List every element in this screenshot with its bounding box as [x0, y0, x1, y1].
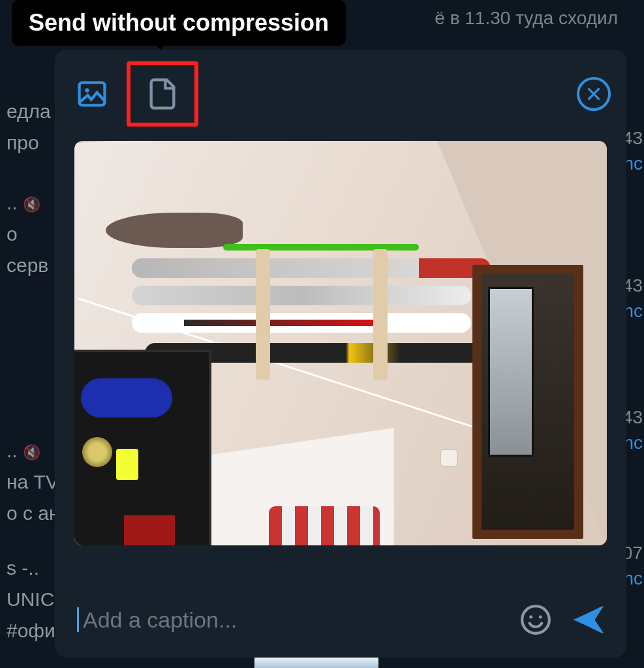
- modal-footer: [55, 584, 626, 658]
- close-button[interactable]: [577, 77, 611, 111]
- emoji-icon: [519, 603, 552, 636]
- bg-left-fragment: .. 🔇 о серв: [7, 189, 59, 283]
- send-as-media-button[interactable]: [72, 74, 112, 114]
- svg-point-1: [85, 88, 89, 93]
- attachment-modal: [55, 50, 626, 658]
- muted-icon: 🔇: [23, 444, 40, 461]
- svg-point-3: [529, 615, 532, 618]
- emoji-button[interactable]: [519, 603, 552, 636]
- attachment-preview[interactable]: [74, 141, 607, 584]
- bg-left-fragment: .. 🔇 на TV о с ан: [7, 437, 59, 531]
- image-icon: [75, 77, 109, 111]
- text-caret: [77, 607, 79, 632]
- svg-rect-0: [80, 83, 105, 106]
- annotation-highlight: [127, 61, 198, 127]
- bg-left-fragment: s -.. UNIC #офи: [7, 554, 59, 648]
- svg-point-4: [539, 615, 542, 618]
- muted-icon: 🔇: [23, 196, 40, 213]
- modal-header: [55, 50, 626, 134]
- tooltip-send-without-compression: Send without compression: [12, 0, 346, 46]
- caption-input[interactable]: [83, 607, 501, 633]
- close-icon: [585, 85, 602, 102]
- attachment-image: [74, 141, 607, 545]
- file-icon: [146, 77, 179, 111]
- send-button[interactable]: [570, 601, 607, 638]
- send-icon: [570, 601, 607, 638]
- svg-point-2: [522, 606, 549, 633]
- bg-top-text: ё в 11.30 туда сходил: [435, 5, 618, 31]
- bg-left-fragment: едла про: [7, 98, 59, 160]
- send-as-file-button[interactable]: [142, 74, 183, 114]
